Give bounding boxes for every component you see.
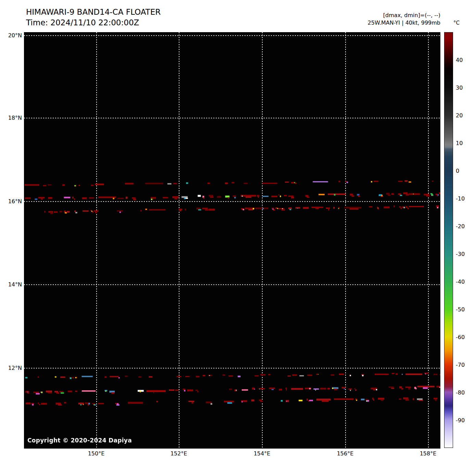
colorbar-tick-label: -80 <box>456 389 465 396</box>
storm-info-block: [dmax, dmin]=(--, --) 25W.MAN-YI | 40kt,… <box>368 12 440 27</box>
colorbar-tick-label: 10 <box>456 140 463 146</box>
y-tick-label: 16°N <box>0 198 22 205</box>
colorbar-tick-label: 40 <box>456 57 463 63</box>
x-tick-label: 156°E <box>337 450 354 457</box>
x-tick-label: 152°E <box>171 450 187 457</box>
y-tick-label: 12°N <box>0 365 22 371</box>
plot-title: HIMAWARI-9 BAND14-CA FLOATER <box>26 7 161 17</box>
plot-title-block: HIMAWARI-9 BAND14-CA FLOATER Time: 2024/… <box>26 7 161 28</box>
x-tick-label: 154°E <box>254 450 271 457</box>
y-tick-label: 18°N <box>0 115 22 121</box>
x-tick-label: 158°E <box>420 450 437 457</box>
x-tick-label: 150°E <box>88 450 105 457</box>
colorbar-tick-label: -30 <box>456 251 465 257</box>
plot-time-subtitle: Time: 2024/11/10 22:00:00Z <box>26 17 161 28</box>
y-tick-label: 20°N <box>0 32 22 39</box>
colorbar-tick-label: -10 <box>456 195 465 202</box>
colorbar-tick-label: -50 <box>456 306 465 313</box>
colorbar-tick-label: -70 <box>456 362 465 368</box>
colorbar-tick-label: 20 <box>456 112 463 119</box>
colorbar-tick-label: 30 <box>456 85 463 91</box>
colorbar-tick-label: -40 <box>456 279 465 285</box>
map-plot-area: Copyright © 2020-2024 Dapiya <box>24 32 440 449</box>
colorbar-unit-label: °C <box>453 20 460 26</box>
satellite-imagery-viewer: HIMAWARI-9 BAND14-CA FLOATER Time: 2024/… <box>0 0 476 465</box>
colorbar-tick-label: -90 <box>456 417 465 424</box>
satellite-noise-canvas <box>24 32 440 449</box>
colorbar-tick-label: 0 <box>456 168 459 174</box>
colorbar-tick-label: -20 <box>456 223 465 230</box>
storm-id-label: 25W.MAN-YI | 40kt, 999mb <box>368 19 440 27</box>
copyright-watermark: Copyright © 2020-2024 Dapiya <box>27 437 132 444</box>
dmax-dmin-label: [dmax, dmin]=(--, --) <box>368 12 440 19</box>
colorbar <box>444 32 453 448</box>
y-tick-label: 14°N <box>0 281 22 288</box>
colorbar-tick-label: -60 <box>456 334 465 340</box>
